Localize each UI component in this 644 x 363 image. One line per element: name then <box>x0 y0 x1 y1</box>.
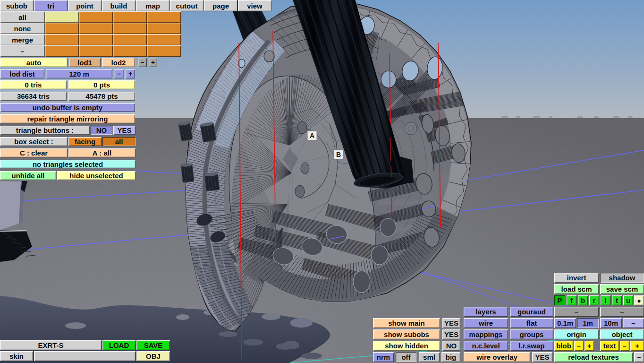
svg-text:B: B <box>336 151 341 158</box>
svg-text:A: A <box>310 132 314 139</box>
